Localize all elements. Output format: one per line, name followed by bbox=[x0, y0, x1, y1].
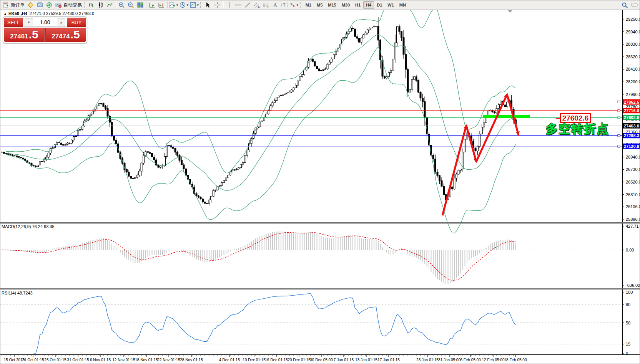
rsi-axis-label: 15 bbox=[626, 342, 630, 346]
new-order-icon[interactable] bbox=[1, 1, 10, 9]
price-tag-label: 27862.6 bbox=[624, 100, 639, 104]
time-tick-label: 23 Jan 01:15 bbox=[416, 358, 439, 362]
arrows-icon[interactable]: ▼ bbox=[289, 1, 299, 9]
timeframe-button-h1[interactable]: H1 bbox=[352, 1, 363, 9]
support-zone-bar[interactable] bbox=[483, 115, 530, 118]
market-watch-icon[interactable] bbox=[35, 1, 45, 9]
symbol-period-label: HK50-,H4 bbox=[8, 11, 27, 16]
hline-handle[interactable] bbox=[618, 109, 620, 112]
price-tick-label: 28620.0 bbox=[626, 55, 640, 59]
timeframe-button-mn[interactable]: MN bbox=[397, 1, 409, 9]
buy-price-main: 27474 bbox=[52, 33, 70, 40]
buy-price-frac: .5 bbox=[70, 28, 80, 41]
new-order-label[interactable]: 新订单 bbox=[11, 2, 25, 8]
time-tick-label: 13 Jan 01:15 bbox=[355, 358, 377, 362]
time-tick-label: 22 Nov 01:15 bbox=[157, 358, 180, 362]
toolbar-separator bbox=[116, 2, 116, 8]
sell-price-frac: .5 bbox=[29, 28, 38, 41]
collapse-panel-icon[interactable]: ▲ bbox=[3, 12, 7, 16]
chevron-down-icon: ▼ bbox=[186, 3, 189, 7]
fibonacci-icon[interactable]: F bbox=[261, 1, 271, 9]
buy-price-button[interactable]: 27474.5 bbox=[45, 28, 86, 42]
trend-arrow-segment[interactable] bbox=[507, 94, 519, 135]
price-tick-label: 28830.0 bbox=[626, 42, 640, 46]
autotrade-icon[interactable] bbox=[54, 1, 63, 9]
sell-price-button[interactable]: 27461.5 bbox=[4, 28, 45, 42]
crosshair-icon[interactable] bbox=[213, 1, 222, 9]
time-tick-label: 18 Nov 01:15 bbox=[135, 358, 158, 362]
price-tick-label: 28410.0 bbox=[626, 67, 640, 71]
new-chart-icon[interactable]: ▼ bbox=[169, 1, 179, 9]
text-icon[interactable]: A bbox=[271, 1, 280, 9]
bars-icon[interactable] bbox=[87, 1, 96, 9]
horizontal-lines bbox=[0, 101, 622, 147]
time-tick-label: 12 Feb 05:00 bbox=[482, 358, 505, 362]
sell-button[interactable]: SELL bbox=[4, 18, 23, 27]
tile-windows-icon[interactable] bbox=[136, 1, 145, 9]
chart-canvas: 29250.029040.028830.028620.028410.028200… bbox=[0, 0, 640, 364]
rsi-axis-label: 0 bbox=[626, 351, 628, 356]
timeframe-group: M1M5M15M30H1H4D1W1MN bbox=[303, 1, 409, 9]
channel-icon[interactable]: E bbox=[252, 1, 261, 9]
buy-button[interactable]: BUY bbox=[67, 18, 86, 27]
zoom-out-icon[interactable] bbox=[126, 1, 136, 9]
time-tick-label: 12 Nov 01:15 bbox=[112, 358, 135, 362]
gold-diamond-icon[interactable] bbox=[26, 1, 35, 9]
trend-arrow-segment[interactable] bbox=[466, 126, 476, 162]
cursor-icon[interactable] bbox=[203, 1, 213, 9]
price-axis: 29250.029040.028830.028620.028410.028200… bbox=[622, 17, 640, 222]
hline-handle[interactable] bbox=[618, 145, 620, 147]
price-tick-label: 26106.0 bbox=[626, 204, 640, 209]
zoom-in-icon[interactable] bbox=[117, 1, 126, 9]
hline-handle[interactable] bbox=[618, 116, 620, 119]
toolbar-separator bbox=[223, 2, 223, 8]
auto-scroll-icon[interactable] bbox=[148, 1, 157, 9]
price-tick-label: 26520.0 bbox=[626, 180, 640, 184]
toolbar-grip bbox=[300, 2, 302, 8]
timeframe-button-m5[interactable]: M5 bbox=[314, 1, 325, 9]
time-axis: 15 Oct 201921 Oct 01:1525 Oct 01:1531 Oc… bbox=[2, 355, 527, 362]
chat-icon[interactable] bbox=[630, 1, 639, 9]
rsi-panel: 1008050150 bbox=[0, 290, 633, 356]
price-tick-label: 25896.0 bbox=[626, 217, 640, 222]
chart-shift-marker bbox=[508, 10, 512, 13]
time-tick-label: 16 Dec 01:15 bbox=[265, 358, 288, 362]
macd-axis-label: -636.02 bbox=[626, 283, 640, 288]
note-text[interactable]: 多空转折点 bbox=[546, 121, 609, 137]
toolbar-grip bbox=[200, 2, 202, 8]
toolbar-separator bbox=[167, 2, 168, 8]
hline-icon[interactable] bbox=[234, 1, 243, 9]
vline-icon[interactable] bbox=[224, 1, 234, 9]
signal-icon[interactable] bbox=[45, 1, 54, 9]
price-tick-label: 28200.0 bbox=[626, 79, 640, 84]
timeframe-button-h4[interactable]: H4 bbox=[363, 1, 374, 9]
hline-handle[interactable] bbox=[618, 101, 620, 103]
search-icon[interactable] bbox=[620, 1, 630, 9]
chart-shift-icon[interactable] bbox=[157, 1, 166, 9]
autotrade-label[interactable]: 自动交易 bbox=[63, 2, 82, 8]
template-icon[interactable]: ▼ bbox=[190, 1, 200, 9]
volume-decrease-button[interactable]: ▼ bbox=[25, 18, 33, 26]
macd-panel: 427.710.00-636.02 bbox=[0, 224, 640, 288]
timeframe-button-m1[interactable]: M1 bbox=[303, 1, 314, 9]
price-tick-label: 26940.0 bbox=[626, 155, 640, 159]
timeframe-button-m30[interactable]: M30 bbox=[339, 1, 352, 9]
time-tick-label: 31 Jan 05:00 bbox=[438, 358, 460, 362]
price-tick-label: 29040.0 bbox=[626, 30, 640, 34]
price-tick-label: 26310.0 bbox=[626, 192, 640, 197]
timeframe-button-d1[interactable]: D1 bbox=[374, 1, 385, 9]
time-tick-label: 21 Oct 01:15 bbox=[22, 358, 44, 362]
candles-icon[interactable] bbox=[96, 1, 105, 9]
timeframe-button-w1[interactable]: W1 bbox=[385, 1, 397, 9]
terminal-window: 新订单 自动交易 bbox=[0, 0, 640, 364]
toolbar: 新订单 自动交易 bbox=[0, 0, 640, 10]
hline-handle[interactable] bbox=[618, 134, 620, 137]
line-chart-icon[interactable] bbox=[105, 1, 115, 9]
toolbar-separator bbox=[146, 2, 146, 8]
label-icon[interactable]: T bbox=[280, 1, 289, 9]
trendline-icon[interactable] bbox=[243, 1, 252, 9]
volume-increase-button[interactable]: ▲ bbox=[57, 18, 65, 26]
volume-value[interactable]: 1.00 bbox=[33, 18, 57, 26]
timeframe-button-m15[interactable]: M15 bbox=[325, 1, 339, 9]
periods-icon[interactable]: ▼ bbox=[179, 1, 190, 9]
